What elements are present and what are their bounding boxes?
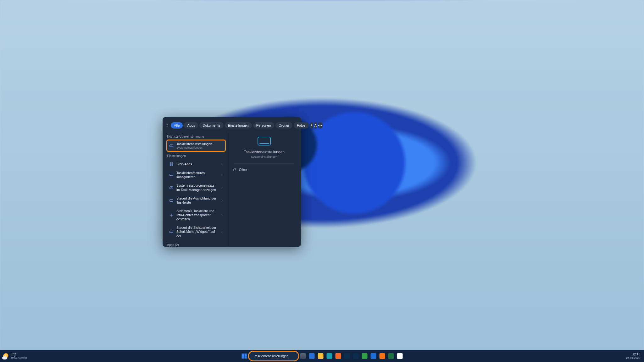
section-apps: Apps (2) <box>167 243 225 247</box>
folder-icon <box>318 353 324 359</box>
taskbar-icon <box>169 229 174 234</box>
result-task-manager-resources[interactable]: Systemressourceneinsatz im Task-Manager … <box>167 182 225 194</box>
svg-rect-9 <box>170 199 173 201</box>
weather-icon <box>3 353 9 359</box>
back-button[interactable] <box>166 122 169 129</box>
sparkle-icon <box>169 213 174 218</box>
clock-time: 12:13 <box>626 353 640 356</box>
taskbar-search[interactable] <box>249 352 298 360</box>
app-lightroom[interactable] <box>352 352 360 360</box>
taskview-icon <box>300 353 306 359</box>
weather-widget[interactable]: 6°C Teilw. sonnig <box>0 353 30 359</box>
result-best-match[interactable]: Taskleisteneinstellungen Systemeinstellu… <box>167 140 225 151</box>
tab-einstellungen[interactable]: Einstellungen <box>225 122 252 129</box>
result-taskbar-alignment[interactable]: Steuert die Ausrichtung der Taskleiste <box>167 195 225 206</box>
mail-icon <box>371 353 376 359</box>
ps-icon <box>344 353 350 359</box>
section-best-match: Höchste Übereinstimmung <box>167 135 225 138</box>
grid-icon <box>169 162 174 167</box>
chevron-right-icon <box>221 162 223 166</box>
app-firefox-dev[interactable] <box>379 352 386 360</box>
svg-rect-2 <box>170 162 171 164</box>
firefox-icon <box>336 353 341 359</box>
result-start-apps[interactable]: Start-Apps <box>167 160 225 168</box>
tab-fotos[interactable]: Fotos <box>294 122 309 129</box>
taskbar-center <box>241 350 404 362</box>
taskbar-icon <box>169 173 174 178</box>
monitor-icon <box>169 185 174 190</box>
tab-font[interactable]: A <box>314 122 317 129</box>
preview-pane: Taskleisteneinstellungen Systemeinstellu… <box>227 131 301 247</box>
search-icon <box>253 354 253 358</box>
result-title: Startmenü, Taskleiste und Info-Center tr… <box>176 209 218 221</box>
tab-personen[interactable]: Personen <box>253 122 274 129</box>
result-title: Steuert die Sichtbarkeit der Schaltfläch… <box>176 226 218 238</box>
result-title: Start-Apps <box>176 162 218 166</box>
search-flyout: Alle Apps Dokumente Einstellungen Person… <box>163 117 301 247</box>
shield-icon <box>362 353 368 359</box>
excel-icon <box>388 353 394 359</box>
chevron-right-icon <box>221 186 223 190</box>
result-title: Systemressourceneinsatz im Task-Manager … <box>176 184 218 192</box>
windows-logo-icon <box>242 354 247 359</box>
app-edge[interactable] <box>326 352 333 360</box>
tab-apps[interactable]: Apps <box>184 122 198 129</box>
app-mail[interactable] <box>370 352 377 360</box>
app-excel[interactable] <box>387 352 395 360</box>
chevron-right-icon <box>221 199 223 202</box>
arrow-left-icon <box>166 123 169 127</box>
play-icon <box>310 123 313 127</box>
tabs-more[interactable]: ••• <box>318 122 323 129</box>
search-tabs: Alle Apps Dokumente Einstellungen Person… <box>163 120 301 131</box>
chevron-right-icon <box>221 173 223 177</box>
svg-rect-0 <box>170 145 173 147</box>
svg-point-14 <box>253 356 253 356</box>
app-explorer[interactable] <box>317 352 325 360</box>
firefox-dev-icon <box>380 353 385 359</box>
app-firefox[interactable] <box>335 352 342 360</box>
tab-alle[interactable]: Alle <box>171 122 183 129</box>
result-transparency[interactable]: Startmenü, Taskleiste und Info-Center tr… <box>167 207 225 223</box>
tabs-overflow-next[interactable] <box>310 122 313 129</box>
preview-title: Taskleisteneinstellungen <box>244 150 285 154</box>
desktop-wallpaper <box>0 0 644 362</box>
result-taskbar-features[interactable]: Taskleistenfeatures konfigurieren <box>167 169 225 181</box>
open-label: Öffnen <box>239 168 248 172</box>
result-title: Taskleistenfeatures konfigurieren <box>176 171 218 179</box>
start-button[interactable] <box>241 352 248 360</box>
tab-dokumente[interactable]: Dokumente <box>199 122 223 129</box>
chevron-right-icon <box>221 230 223 234</box>
result-title: Steuert die Ausrichtung der Taskleiste <box>176 196 218 205</box>
edge-icon <box>327 353 332 359</box>
task-view-button[interactable] <box>299 352 307 360</box>
app-store[interactable] <box>308 352 316 360</box>
weather-desc: Teilw. sonnig <box>11 356 27 359</box>
app-chrome[interactable] <box>396 352 404 360</box>
result-widgets-visibility[interactable]: Steuert die Sichtbarkeit der Schaltfläch… <box>167 224 225 240</box>
open-action[interactable]: Öffnen <box>230 167 298 173</box>
taskbar: 6°C Teilw. sonnig 12:13 24.01.2025 <box>0 350 644 362</box>
system-clock[interactable]: 12:13 24.01.2025 <box>622 353 644 359</box>
svg-rect-6 <box>170 174 173 176</box>
lrc-icon <box>353 353 359 359</box>
result-subtitle: Systemeinstellungen <box>176 146 223 149</box>
taskbar-large-icon <box>258 137 271 145</box>
svg-rect-5 <box>172 164 173 166</box>
clock-date: 24.01.2025 <box>626 356 640 359</box>
app-security[interactable] <box>361 352 369 360</box>
store-icon <box>309 353 315 359</box>
chevron-right-icon <box>221 213 223 217</box>
open-icon <box>233 168 236 172</box>
svg-rect-3 <box>172 162 173 164</box>
svg-rect-4 <box>170 164 171 166</box>
weather-temp: 6°C <box>11 353 27 356</box>
svg-rect-11 <box>170 231 173 233</box>
taskbar-icon <box>169 143 174 148</box>
app-photoshop[interactable] <box>343 352 351 360</box>
tab-ordner[interactable]: Ordner <box>275 122 292 129</box>
result-title: Taskleisteneinstellungen <box>176 142 223 146</box>
taskbar-icon <box>169 198 174 203</box>
preview-subtitle: Systemeinstellungen <box>251 155 277 158</box>
search-input[interactable] <box>255 354 295 358</box>
divider <box>234 163 295 164</box>
